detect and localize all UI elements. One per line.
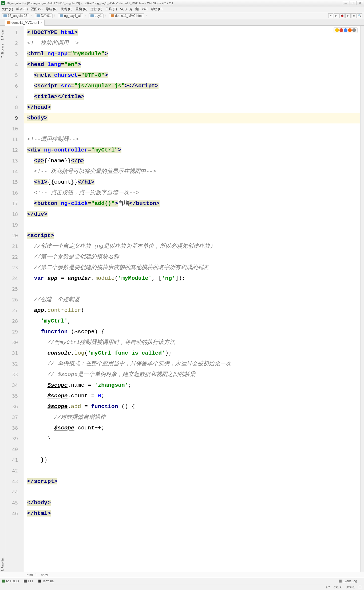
code-line[interactable]: // $scope是一个单例对象，建立起数据和视图之间的桥梁: [27, 369, 360, 380]
line-number[interactable]: 40: [5, 444, 24, 455]
menu-item[interactable]: 代码 (C): [61, 7, 72, 11]
line-number[interactable]: 30: [5, 337, 24, 348]
code-line[interactable]: [27, 487, 360, 498]
stop-button[interactable]: ■: [351, 13, 357, 18]
code-line[interactable]: <script src="js/angular.js"></script>: [27, 81, 360, 91]
line-number[interactable]: 41: [5, 455, 24, 465]
code-line[interactable]: //第二个参数是要创建的模块所依赖的其他模块的名字所有构成的列表: [27, 262, 360, 273]
code-line[interactable]: [27, 220, 360, 230]
code-line[interactable]: function ($scope) {: [27, 327, 360, 337]
line-number[interactable]: 17: [5, 198, 24, 209]
line-number[interactable]: 16: [5, 188, 24, 198]
code-line[interactable]: }): [27, 455, 360, 465]
line-number[interactable]: 12: [5, 145, 24, 156]
code-line[interactable]: var app = angular.module('myModule', ['n…: [27, 273, 360, 284]
line-number[interactable]: 15: [5, 177, 24, 188]
line-number[interactable]: 26: [5, 294, 24, 305]
code-line[interactable]: [27, 284, 360, 294]
breadcrumb-item[interactable]: ng_day1_all: [58, 13, 83, 18]
error-stripe[interactable]: [360, 26, 364, 572]
run-config-dropdown[interactable]: ▾: [328, 13, 333, 18]
line-number[interactable]: 28: [5, 316, 24, 327]
line-number[interactable]: 39: [5, 433, 24, 444]
file-encoding[interactable]: UTF-8:: [346, 586, 355, 589]
event-log[interactable]: Event Log: [339, 579, 357, 583]
code-line[interactable]: <script>: [27, 230, 360, 241]
menu-item[interactable]: 视图 (V): [31, 7, 42, 11]
line-number[interactable]: 44: [5, 487, 24, 498]
line-number-gutter[interactable]: 1234567891011121314151617181920212223242…: [5, 26, 24, 572]
line-number[interactable]: 33: [5, 369, 24, 380]
breadcrumb-item[interactable]: demo11_MVC.html: [109, 13, 144, 18]
line-number[interactable]: 46: [5, 508, 24, 519]
crumb-body[interactable]: body: [41, 573, 48, 577]
code-line[interactable]: //创建一个控制器: [27, 294, 360, 305]
search-everywhere-button[interactable]: 🔍: [357, 13, 362, 18]
code-editor[interactable]: <!DOCTYPE html><!--模块的调用--><html ng-app=…: [24, 26, 360, 572]
code-line[interactable]: <p>{{name}}</p>: [27, 156, 360, 166]
menu-item[interactable]: 帮助 (H): [151, 7, 163, 11]
code-line[interactable]: <!-- 点击按钮，点一次数字自增一次-->: [27, 188, 360, 198]
code-line[interactable]: $scope.add = function () {: [27, 401, 360, 412]
coverage-button[interactable]: ▶: [345, 13, 351, 18]
code-line[interactable]: <!-- 双花括号可以将变量的值显示在视图中-->: [27, 166, 360, 177]
code-line[interactable]: <!DOCTYPE html>: [27, 27, 360, 38]
line-number[interactable]: 20: [5, 230, 24, 241]
line-number[interactable]: 35: [5, 391, 24, 401]
line-number[interactable]: 14: [5, 166, 24, 177]
breadcrumb-item[interactable]: day1: [89, 13, 104, 18]
menu-item[interactable]: 窗口 (W): [135, 7, 148, 11]
menu-item[interactable]: 重构 (R): [76, 7, 87, 11]
line-number[interactable]: 5: [5, 70, 24, 81]
line-number[interactable]: 31: [5, 348, 24, 359]
tool-structure[interactable]: 7: Structure: [1, 43, 4, 58]
line-number[interactable]: 21: [5, 241, 24, 252]
menu-item[interactable]: 运行 (U): [90, 7, 102, 11]
code-line[interactable]: [27, 465, 360, 476]
close-button[interactable]: ✕: [357, 1, 363, 5]
code-line[interactable]: }: [27, 433, 360, 444]
menu-item[interactable]: 工具 (T): [105, 7, 117, 11]
breadcrumb-item[interactable]: 16_angularJS: [2, 13, 29, 18]
open-in-browser-icon[interactable]: [352, 28, 356, 32]
readonly-lock-icon[interactable]: [359, 586, 361, 589]
tool-favorites[interactable]: 2: Favorites: [1, 557, 4, 572]
code-line[interactable]: <body>: [24, 113, 360, 123]
line-number[interactable]: 11: [5, 134, 24, 145]
line-number[interactable]: 19: [5, 220, 24, 230]
line-number[interactable]: 22: [5, 252, 24, 262]
tool-ttt[interactable]: TTT: [24, 579, 34, 583]
minimize-button[interactable]: —: [343, 1, 349, 5]
code-line[interactable]: 'myCtrl',: [27, 316, 360, 327]
code-line[interactable]: console.log('myCtrl func is called');: [27, 348, 360, 359]
line-number[interactable]: 45: [5, 498, 24, 508]
code-line[interactable]: //创建一个自定义模块（ng是以模块为基本单位，所以必须先创建模块）: [27, 241, 360, 252]
line-separator[interactable]: CRLF:: [334, 586, 342, 589]
line-number[interactable]: 32: [5, 359, 24, 369]
tool-project[interactable]: 1: Project: [1, 28, 4, 41]
caret-position[interactable]: 9:7: [326, 586, 330, 589]
code-line[interactable]: </body>: [27, 498, 360, 508]
code-line[interactable]: $scope.count = 0;: [27, 391, 360, 401]
menu-item[interactable]: 导航 (N): [46, 7, 57, 11]
code-line[interactable]: </div>: [27, 209, 360, 220]
menu-item[interactable]: VCS (S): [120, 7, 132, 11]
code-line[interactable]: </head>: [27, 102, 360, 113]
open-in-browser-icon[interactable]: [344, 28, 347, 32]
line-number[interactable]: 9: [5, 113, 24, 123]
code-line[interactable]: app.controller(: [27, 305, 360, 316]
open-in-browser-icon[interactable]: [348, 28, 352, 32]
line-number[interactable]: 1: [5, 27, 24, 38]
code-line[interactable]: <div ng-controller="myCtrl">: [27, 145, 360, 156]
breadcrumb-item[interactable]: DAY01: [35, 13, 53, 18]
line-number[interactable]: 18: [5, 209, 24, 220]
run-button[interactable]: ▶: [334, 13, 339, 18]
open-in-browser-icon[interactable]: [339, 28, 343, 32]
line-number[interactable]: 4: [5, 59, 24, 70]
line-number[interactable]: 7: [5, 91, 24, 102]
menu-item[interactable]: 编辑 (E): [16, 7, 28, 11]
code-line[interactable]: // 单例模式：在整个应用当中，只保留单个实例，永远只会被初始化一次: [27, 359, 360, 369]
line-number[interactable]: 43: [5, 476, 24, 487]
maximize-button[interactable]: ☐: [350, 1, 356, 5]
code-line[interactable]: <title></title>: [27, 91, 360, 102]
